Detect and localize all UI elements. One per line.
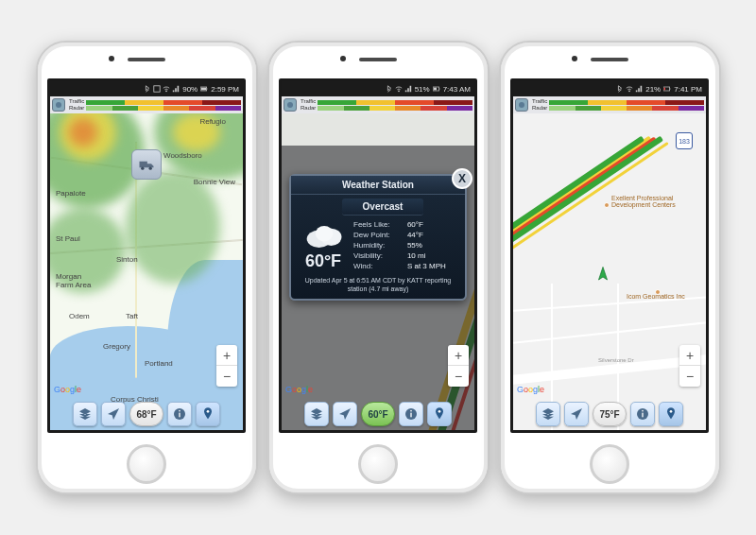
pin-button[interactable] [659, 402, 683, 426]
svg-point-11 [206, 410, 209, 413]
visibility-label: Visibility: [353, 250, 404, 261]
label-sinton: Sinton [116, 255, 138, 264]
wind-label: Wind: [353, 261, 404, 271]
locate-button[interactable] [333, 402, 357, 426]
battery-pct: 51% [415, 85, 430, 94]
signal-icon [172, 85, 180, 93]
google-logo: Google [285, 385, 313, 394]
home-button[interactable] [127, 444, 166, 484]
screen-1: 90% 2:59 PM Traffic Radar [47, 78, 246, 433]
poi-label-2: Icom Geomatics Inc [627, 293, 685, 300]
zoom-control: + − [679, 345, 700, 387]
speaker [359, 58, 397, 61]
legend-toggle-icon[interactable] [515, 98, 528, 112]
battery-icon [433, 85, 440, 93]
status-bar: 90% 2:59 PM [50, 81, 243, 96]
dew-value: 44°F [407, 230, 459, 240]
locate-button[interactable] [564, 402, 589, 426]
temperature-button[interactable]: 75°F [593, 402, 626, 426]
weather-condition: Overcast [342, 198, 423, 216]
svg-point-19 [316, 226, 333, 242]
label-bonnieview: Bonnie View [194, 178, 235, 186]
legend-toggle-icon[interactable] [284, 98, 297, 112]
legend-bar: Traffic Radar [282, 96, 474, 113]
camera-dot [109, 56, 114, 61]
svg-point-24 [628, 91, 630, 93]
svg-point-31 [642, 410, 644, 412]
label-portland: Portland [145, 359, 173, 368]
signal-icon [404, 85, 412, 93]
temperature-button[interactable]: 60°F [361, 402, 394, 426]
legend-radar-label: Radar [301, 105, 316, 112]
legend-toggle-icon[interactable] [52, 98, 65, 112]
toolbar: 75°F [513, 402, 706, 426]
battery-pct: 90% [182, 85, 198, 94]
layers-button[interactable] [304, 402, 329, 426]
pin-button[interactable] [427, 402, 452, 426]
legend-radar-label: Radar [532, 105, 547, 112]
home-button[interactable] [358, 444, 398, 484]
current-temp: 60°F [305, 251, 341, 271]
temperature-button[interactable]: 68°F [129, 402, 163, 426]
weather-panel: Weather Station X Overcast 60°F Feels Li… [289, 174, 467, 301]
svg-rect-14 [433, 88, 436, 91]
svg-rect-4 [207, 88, 208, 89]
zoom-in-button[interactable]: + [679, 345, 700, 366]
close-button[interactable]: X [452, 168, 472, 189]
legend-bar: Traffic Radar [50, 96, 243, 113]
map-2[interactable]: Weather Station X Overcast 60°F Feels Li… [282, 113, 474, 430]
info-button[interactable] [399, 402, 423, 426]
map-3[interactable]: Exellent Professional Development Center… [513, 113, 706, 430]
route-shield-icon: 183 [676, 132, 693, 149]
truck-mode-button[interactable] [131, 149, 162, 180]
status-icons [386, 85, 412, 93]
wifi-icon [626, 85, 633, 93]
temp-value: 68°F [136, 409, 156, 420]
current-location-icon [594, 266, 611, 286]
home-button[interactable] [590, 444, 629, 484]
temp-value: 60°F [368, 409, 387, 420]
camera-dot [340, 56, 346, 61]
svg-point-6 [141, 167, 144, 170]
layers-button[interactable] [536, 402, 560, 426]
signal-icon [635, 85, 643, 93]
zoom-out-button[interactable]: − [679, 366, 700, 387]
bluetooth-icon [386, 85, 393, 93]
poi-label-1: Exellent Professional Development Center… [611, 195, 676, 208]
weather-stats: Feels Like: 60°F Dew Point: 44°F Humidit… [353, 219, 459, 271]
layers-button[interactable] [73, 402, 97, 426]
legend-traffic-label: Traffic [69, 98, 84, 105]
svg-rect-0 [154, 86, 160, 92]
cloud-icon [303, 221, 343, 248]
camera-dot [572, 56, 577, 61]
status-icons [144, 85, 180, 93]
zoom-control: + − [448, 345, 469, 387]
visibility-value: 10 mi [407, 250, 459, 261]
bluetooth-icon [144, 85, 151, 93]
svg-rect-15 [438, 88, 439, 89]
wifi-icon [395, 85, 403, 93]
legend-radar-label: Radar [69, 105, 84, 112]
status-time: 7:43 AM [443, 85, 471, 94]
svg-point-32 [669, 410, 672, 413]
svg-point-5 [56, 102, 61, 108]
info-button[interactable] [630, 402, 655, 426]
locate-button[interactable] [101, 402, 126, 426]
zoom-out-button[interactable]: − [216, 366, 237, 387]
poi-marker[interactable] [604, 202, 610, 208]
temp-value: 75°F [599, 409, 619, 420]
info-button[interactable] [167, 402, 192, 426]
svg-point-28 [519, 102, 524, 108]
map-1[interactable]: Refugio Woodsboro Bonnie View Papalote S… [50, 113, 243, 430]
pin-button[interactable] [196, 402, 220, 426]
zoom-in-button[interactable]: + [448, 345, 469, 366]
humidity-label: Humidity: [353, 240, 404, 250]
svg-rect-9 [179, 413, 180, 418]
zoom-in-button[interactable]: + [216, 345, 237, 366]
svg-point-22 [410, 410, 412, 412]
legend-bars [86, 100, 241, 111]
label-morgan: Morgan Farm Area [56, 272, 91, 289]
zoom-out-button[interactable]: − [448, 366, 469, 387]
svg-point-23 [438, 410, 440, 413]
wind-value: S at 3 MPH [407, 261, 459, 271]
